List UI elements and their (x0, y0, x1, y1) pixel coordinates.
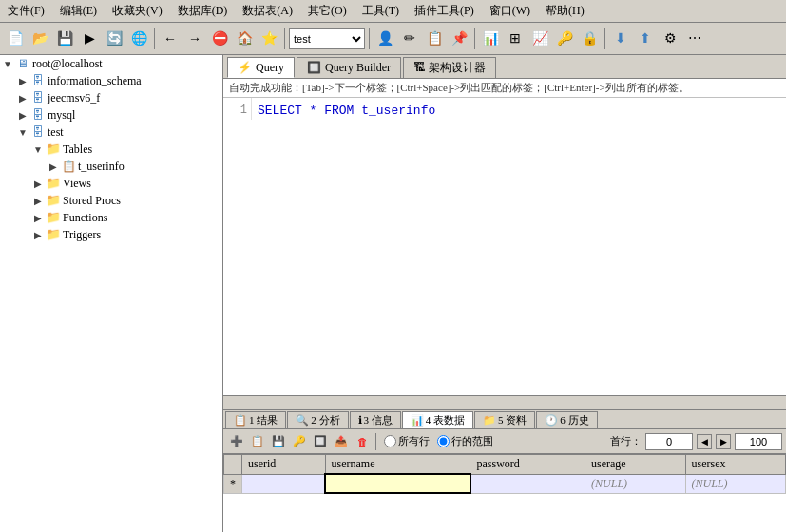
export-btn[interactable]: ⬆ (634, 28, 657, 50)
connect-btn[interactable]: 🌐 (127, 28, 150, 50)
open-btn[interactable]: 📂 (29, 28, 51, 50)
sidebar-item-triggers[interactable]: ▶ 📁 Triggers (0, 226, 222, 243)
row-start-input[interactable] (645, 433, 693, 450)
settings-btn[interactable]: ⚙ (659, 28, 681, 50)
cell-usersex[interactable]: (NULL) (685, 474, 786, 493)
grid-btn[interactable]: ⊞ (504, 28, 527, 50)
radio-range[interactable] (437, 435, 450, 447)
menu-favorites[interactable]: 收藏夹(V) (108, 2, 166, 20)
radio-all-label[interactable]: 所有行 (384, 434, 430, 448)
grid-refresh-btn[interactable]: 🔑 (290, 432, 309, 451)
bottom-tab-profile[interactable]: 📁 5 资料 (474, 411, 535, 428)
refresh-btn[interactable]: 🔄 (103, 28, 125, 50)
col-usersex[interactable]: usersex (685, 455, 786, 475)
col-userid[interactable]: userid (242, 455, 326, 475)
sep5 (604, 28, 605, 49)
tab-schema-designer[interactable]: 🏗 架构设计器 (403, 57, 496, 78)
sidebar-item-information_schema[interactable]: ▶ 🗄 information_schema (0, 72, 222, 89)
import-btn[interactable]: ⬇ (609, 28, 632, 50)
row-end-input[interactable] (735, 433, 782, 450)
history-tab-label: 6 历史 (560, 413, 588, 428)
col-password[interactable]: password (470, 455, 585, 475)
right-panel: ⚡ Query 🔲 Query Builder 🏗 架构设计器 自动完成功能：[… (223, 55, 786, 532)
col-username[interactable]: username (325, 455, 470, 475)
bottom-tab-info[interactable]: ℹ 3 信息 (350, 411, 401, 428)
star-btn[interactable]: ⭐ (258, 28, 280, 50)
bottom-tab-history[interactable]: 🕐 6 历史 (536, 411, 597, 428)
menu-window[interactable]: 窗口(W) (486, 2, 534, 20)
cell-userid[interactable] (242, 474, 326, 493)
cell-password[interactable] (470, 474, 585, 493)
chart-btn[interactable]: 📈 (528, 28, 551, 50)
bottom-tab-analysis[interactable]: 🔍 2 分析 (287, 411, 348, 428)
radio-all[interactable] (384, 435, 396, 447)
query-editor[interactable]: 1 SELECT * FROM t_userinfo (223, 98, 786, 395)
info-tab-label: 3 信息 (364, 413, 393, 428)
grid-export-btn[interactable]: 📤 (332, 432, 351, 451)
row-prev-btn[interactable]: ◀ (697, 434, 712, 449)
sidebar-item-test[interactable]: ▼ 🗄 test (0, 124, 222, 141)
cell-userage[interactable]: (NULL) (585, 474, 685, 493)
tab-bar: ⚡ Query 🔲 Query Builder 🏗 架构设计器 (223, 55, 786, 79)
back-btn[interactable]: ← (159, 28, 182, 50)
sidebar-item-tables[interactable]: ▼ 📁 Tables (0, 141, 222, 158)
menu-other[interactable]: 其它(O) (304, 2, 351, 20)
sidebar-item-views[interactable]: ▶ 📁 Views (0, 175, 222, 192)
grid-remove-btn[interactable]: 🗑 (353, 432, 372, 451)
save-btn[interactable]: 💾 (53, 28, 76, 50)
more-btn[interactable]: ⋯ (683, 28, 706, 50)
test-label: test (46, 125, 64, 140)
paste-btn[interactable]: 📌 (448, 28, 470, 50)
sidebar-item-t_userinfo[interactable]: ▶ 📋 t_userinfo (0, 158, 222, 175)
table-btn[interactable]: 📊 (479, 28, 502, 50)
folder-icon-trig: 📁 (46, 227, 61, 242)
bottom-tab-tabledata[interactable]: 📊 4 表数据 (402, 411, 473, 428)
stop-btn[interactable]: ⛔ (208, 28, 231, 50)
hscroll[interactable] (223, 395, 786, 408)
sql-text: SELECT * FROM t_userinfo (258, 104, 435, 118)
key-btn[interactable]: 🔑 (553, 28, 576, 50)
fwd-btn[interactable]: → (183, 28, 206, 50)
jee-label: jeecmsv6_f (46, 91, 100, 105)
grid-save-btn[interactable]: 💾 (269, 432, 288, 451)
lock-btn[interactable]: 🔒 (578, 28, 601, 50)
radio-range-label[interactable]: 行的范围 (437, 434, 493, 448)
table-row: * (NULL) (NULL) (224, 474, 786, 493)
menu-file[interactable]: 文件(F) (4, 2, 48, 20)
sidebar-item-jeecmsv6_f[interactable]: ▶ 🗄 jeecmsv6_f (0, 89, 222, 106)
db-select[interactable]: test (289, 28, 365, 49)
server-icon: 🖥 (15, 56, 30, 71)
row-next-btn[interactable]: ▶ (716, 434, 731, 449)
user-btn[interactable]: 👤 (374, 28, 396, 50)
grid-add-btn[interactable]: ➕ (227, 432, 246, 451)
home-btn[interactable]: 🏠 (233, 28, 256, 50)
cell-username[interactable] (325, 474, 470, 493)
sidebar-item-mysql[interactable]: ▶ 🗄 mysql (0, 106, 222, 124)
mysql-label: mysql (46, 108, 75, 123)
new-btn[interactable]: 📄 (4, 28, 27, 50)
tab-query-builder[interactable]: 🔲 Query Builder (297, 57, 401, 78)
query-tab-icon: ⚡ (238, 61, 252, 75)
hint-text: 自动完成功能：[Tab]->下一个标签；[Ctrl+Space]->列出匹配的标… (229, 82, 689, 93)
grid-filter-btn[interactable]: 🔲 (311, 432, 330, 451)
username-input[interactable] (332, 476, 389, 490)
sidebar-item-functions[interactable]: ▶ 📁 Functions (0, 209, 222, 226)
row-marker: * (224, 474, 242, 493)
tab-query[interactable]: ⚡ Query (227, 57, 295, 78)
menu-help[interactable]: 帮助(H) (542, 2, 588, 20)
grid-delete-btn[interactable]: 📋 (248, 432, 267, 451)
sidebar-item-stored-procs[interactable]: ▶ 📁 Stored Procs (0, 192, 222, 209)
copy-btn[interactable]: 📋 (423, 28, 446, 50)
menu-tools[interactable]: 工具(T) (358, 2, 403, 20)
menu-edit[interactable]: 编辑(E) (56, 2, 101, 20)
col-userage[interactable]: userage (585, 455, 685, 475)
run-btn[interactable]: ▶ (78, 28, 101, 50)
menu-table[interactable]: 数据表(A) (239, 2, 297, 20)
edit-btn[interactable]: ✏ (398, 28, 421, 50)
menu-plugins[interactable]: 插件工具(P) (411, 2, 478, 20)
tree-root[interactable]: ▼ 🖥 root@localhost (0, 55, 222, 72)
bottom-tab-results[interactable]: 📋 1 结果 (225, 411, 286, 428)
query-content[interactable]: SELECT * FROM t_userinfo (223, 98, 786, 125)
menu-database[interactable]: 数据库(D) (174, 2, 232, 20)
menubar: 文件(F) 编辑(E) 收藏夹(V) 数据库(D) 数据表(A) 其它(O) 工… (0, 0, 786, 23)
